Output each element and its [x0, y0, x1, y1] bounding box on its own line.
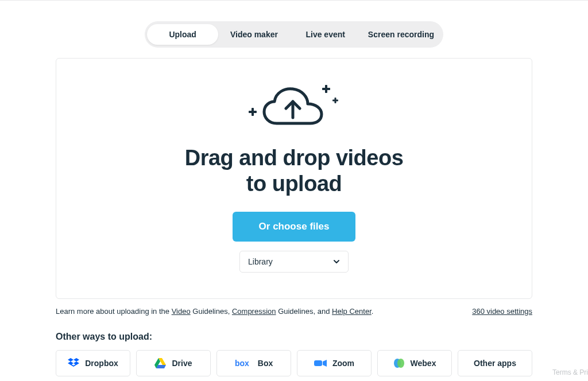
provider-webex[interactable]: Webex: [377, 350, 452, 376]
svg-marker-7: [68, 358, 74, 361]
svg-point-19: [397, 359, 404, 368]
provider-label: Drive: [172, 359, 192, 368]
provider-label: Webex: [411, 359, 436, 368]
svg-rect-2: [249, 111, 257, 113]
guidelines-sep1: Guidelines,: [191, 307, 232, 316]
headline-line-2: to upload: [246, 172, 342, 196]
box-icon: box: [235, 359, 252, 368]
provider-label: Box: [258, 359, 273, 368]
dropbox-icon: [68, 358, 79, 368]
destination-selected-label: Library: [248, 257, 273, 266]
webex-icon: [393, 358, 405, 368]
other-ways-title: Other ways to upload:: [56, 332, 532, 342]
tab-upload[interactable]: Upload: [147, 24, 218, 45]
svg-marker-8: [74, 358, 79, 361]
zoom-icon: [314, 359, 327, 367]
svg-marker-17: [323, 360, 327, 367]
terms-link[interactable]: Terms & Pri: [552, 368, 588, 376]
choose-files-button[interactable]: Or choose files: [233, 212, 356, 242]
guidelines-text: Learn more about uploading in the Video …: [56, 307, 373, 316]
provider-label: Zoom: [332, 359, 354, 368]
guidelines-end: .: [372, 307, 374, 316]
help-row: Learn more about uploading in the Video …: [56, 307, 532, 316]
svg-rect-4: [322, 88, 330, 90]
cloud-upload-icon: [237, 84, 351, 136]
help-center-link[interactable]: Help Center: [332, 307, 372, 316]
main-container: Upload Video maker Live event Screen rec…: [56, 21, 532, 376]
guidelines-sep2: Guidelines, and: [276, 307, 332, 316]
svg-marker-14: [156, 365, 166, 368]
tab-video-maker[interactable]: Video maker: [218, 24, 289, 45]
providers-row: Dropbox Drive box Box Zoom Webex: [56, 350, 532, 376]
360-video-settings-link[interactable]: 360 video settings: [472, 307, 532, 316]
provider-zoom[interactable]: Zoom: [297, 350, 372, 376]
guidelines-prefix: Learn more about uploading in the: [56, 307, 172, 316]
chevron-down-icon: [333, 258, 340, 265]
provider-label: Dropbox: [85, 359, 118, 368]
provider-label: Other apps: [474, 359, 516, 368]
compression-guidelines-link[interactable]: Compression: [232, 307, 276, 316]
provider-box[interactable]: box Box: [216, 350, 291, 376]
svg-rect-16: [314, 360, 322, 366]
provider-other-apps[interactable]: Other apps: [458, 350, 532, 376]
top-divider: [0, 0, 588, 1]
destination-select[interactable]: Library: [239, 251, 349, 273]
cloud-upload-illustration: [237, 84, 351, 136]
mode-tabs: Upload Video maker Live event Screen rec…: [145, 21, 443, 48]
tab-live-event[interactable]: Live event: [290, 24, 361, 45]
svg-rect-6: [332, 100, 338, 102]
svg-text:box: box: [235, 359, 249, 368]
google-drive-icon: [154, 358, 166, 368]
provider-dropbox[interactable]: Dropbox: [56, 350, 130, 376]
headline-line-1: Drag and drop videos: [185, 146, 404, 170]
tab-screen-recording[interactable]: Screen recording: [361, 24, 441, 45]
provider-drive[interactable]: Drive: [136, 350, 211, 376]
drop-zone-headline: Drag and drop videos to upload: [185, 145, 404, 197]
video-guidelines-link[interactable]: Video: [172, 307, 191, 316]
upload-drop-zone[interactable]: Drag and drop videos to upload Or choose…: [56, 58, 532, 299]
